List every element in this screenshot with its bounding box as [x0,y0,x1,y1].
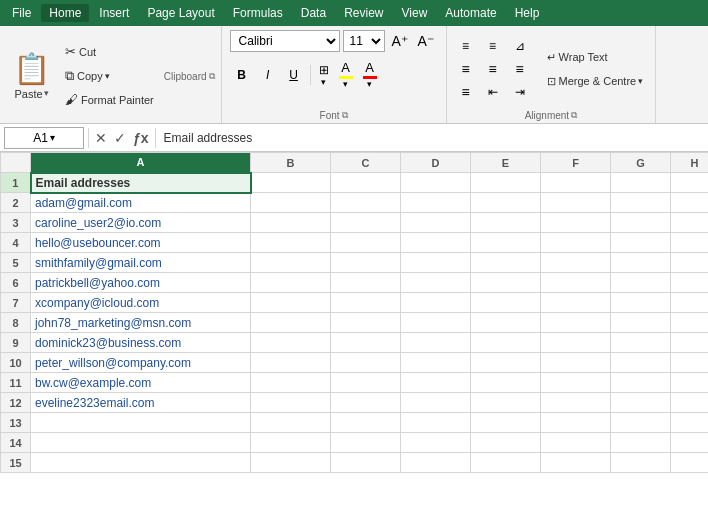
col-header-e[interactable]: E [471,153,541,173]
align-left-button[interactable]: ≡ [453,58,479,80]
align-justify-button[interactable]: ≡ [453,81,479,103]
cell-10-d[interactable] [401,353,471,373]
cell-3-e[interactable] [471,213,541,233]
cell-1-g[interactable] [611,173,671,193]
cell-11-f[interactable] [541,373,611,393]
cell-10-c[interactable] [331,353,401,373]
align-top-left-button[interactable]: ≡ [453,35,479,57]
menu-item-data[interactable]: Data [293,4,334,22]
cell-4-b[interactable] [251,233,331,253]
cell-13-c[interactable] [331,413,401,433]
cell-11-b[interactable] [251,373,331,393]
cell-1-a[interactable]: Email addresses [31,173,251,193]
cell-3-b[interactable] [251,213,331,233]
cell-11-c[interactable] [331,373,401,393]
cell-13-b[interactable] [251,413,331,433]
row-header-10[interactable]: 10 [1,353,31,373]
merge-dropdown-icon[interactable]: ▾ [638,76,643,86]
cell-6-f[interactable] [541,273,611,293]
cell-15-d[interactable] [401,453,471,473]
row-header-9[interactable]: 9 [1,333,31,353]
menu-item-file[interactable]: File [4,4,39,22]
cell-3-f[interactable] [541,213,611,233]
cell-8-g[interactable] [611,313,671,333]
menu-item-view[interactable]: View [394,4,436,22]
cell-4-h[interactable] [671,233,709,253]
cell-7-a[interactable]: xcompany@icloud.com [31,293,251,313]
cell-3-h[interactable] [671,213,709,233]
cell-8-h[interactable] [671,313,709,333]
clipboard-expand-icon[interactable]: ⧉ [209,71,215,82]
menu-item-automate[interactable]: Automate [437,4,504,22]
align-top-right-button[interactable]: ⊿ [507,35,533,57]
cell-12-c[interactable] [331,393,401,413]
col-header-g[interactable]: G [611,153,671,173]
cell-4-c[interactable] [331,233,401,253]
cell-6-h[interactable] [671,273,709,293]
row-header-4[interactable]: 4 [1,233,31,253]
cell-12-f[interactable] [541,393,611,413]
copy-button[interactable]: ⧉ Copy ▾ [59,65,160,87]
font-family-select[interactable]: Calibri [230,30,340,52]
cell-6-d[interactable] [401,273,471,293]
cell-5-b[interactable] [251,253,331,273]
row-header-14[interactable]: 14 [1,433,31,453]
cell-14-g[interactable] [611,433,671,453]
cell-15-c[interactable] [331,453,401,473]
row-header-8[interactable]: 8 [1,313,31,333]
cell-12-b[interactable] [251,393,331,413]
align-top-center-button[interactable]: ≡ [480,35,506,57]
font-color-button[interactable]: A ▾ [359,58,381,91]
menu-item-review[interactable]: Review [336,4,391,22]
paste-dropdown-icon[interactable]: ▾ [44,88,49,98]
cell-5-f[interactable] [541,253,611,273]
cell-15-a[interactable] [31,453,251,473]
cell-13-a[interactable] [31,413,251,433]
cell-1-b[interactable] [251,173,331,193]
row-header-13[interactable]: 13 [1,413,31,433]
cell-4-a[interactable]: hello@usebouncer.com [31,233,251,253]
cell-12-a[interactable]: eveline2323email.com [31,393,251,413]
increase-indent-button[interactable]: ⇥ [507,81,533,103]
cell-14-d[interactable] [401,433,471,453]
cell-1-e[interactable] [471,173,541,193]
cell-15-f[interactable] [541,453,611,473]
cell-8-b[interactable] [251,313,331,333]
fill-color-dropdown[interactable]: ▾ [343,79,348,89]
cell-1-d[interactable] [401,173,471,193]
row-header-5[interactable]: 5 [1,253,31,273]
cell-10-g[interactable] [611,353,671,373]
cell-2-a[interactable]: adam@gmail.com [31,193,251,213]
insert-function-icon[interactable]: ƒx [131,128,151,148]
cell-7-b[interactable] [251,293,331,313]
cell-5-d[interactable] [401,253,471,273]
align-right-button[interactable]: ≡ [507,58,533,80]
confirm-formula-icon[interactable]: ✓ [112,128,128,148]
font-color-dropdown[interactable]: ▾ [367,79,372,89]
menu-item-formulas[interactable]: Formulas [225,4,291,22]
cell-5-g[interactable] [611,253,671,273]
bold-button[interactable]: B [230,64,254,86]
cell-8-a[interactable]: john78_marketing@msn.com [31,313,251,333]
row-header-12[interactable]: 12 [1,393,31,413]
font-size-select[interactable]: 11 [343,30,385,52]
cell-14-c[interactable] [331,433,401,453]
row-header-11[interactable]: 11 [1,373,31,393]
cell-5-c[interactable] [331,253,401,273]
alignment-expand-icon[interactable]: ⧉ [571,110,577,121]
cell-4-e[interactable] [471,233,541,253]
cell-9-c[interactable] [331,333,401,353]
cell-6-e[interactable] [471,273,541,293]
cell-2-h[interactable] [671,193,709,213]
cell-7-e[interactable] [471,293,541,313]
border-button[interactable]: ⊞ ▾ [315,61,333,89]
cell-12-d[interactable] [401,393,471,413]
col-header-c[interactable]: C [331,153,401,173]
cell-2-e[interactable] [471,193,541,213]
menu-item-help[interactable]: Help [507,4,548,22]
paste-button[interactable]: 📋 Paste ▾ [6,40,57,112]
cell-7-f[interactable] [541,293,611,313]
cell-13-g[interactable] [611,413,671,433]
cell-13-e[interactable] [471,413,541,433]
cell-3-d[interactable] [401,213,471,233]
